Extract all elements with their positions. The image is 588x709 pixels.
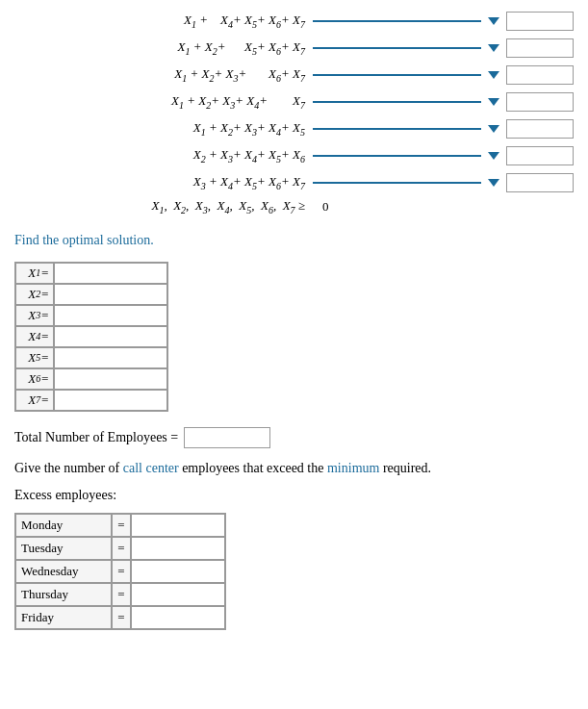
wednesday-value-cell[interactable] xyxy=(131,560,225,583)
x7-value-cell[interactable] xyxy=(54,390,167,411)
x7-label: X7 = xyxy=(15,390,54,411)
equation-row-2: X1 + X2+ X5+ X6+ X7 xyxy=(14,37,574,60)
eq-lhs-1: X1 + X4+ X5+ X6+ X7 xyxy=(14,13,313,30)
equation-row-3: X1 + X2+ X3+ X6+ X7 xyxy=(14,63,574,87)
zero-value: 0 xyxy=(322,199,329,215)
call-center-highlight: call center xyxy=(123,461,179,475)
friday-value-cell[interactable] xyxy=(131,606,225,629)
thursday-input[interactable] xyxy=(137,587,219,601)
eq-line-3 xyxy=(313,74,481,76)
total-employees-row: Total Number of Employees = xyxy=(14,427,574,448)
dropdown-3[interactable] xyxy=(485,66,502,84)
tuesday-value-cell[interactable] xyxy=(131,537,225,560)
eq-lhs-2: X1 + X2+ X5+ X6+ X7 xyxy=(14,39,313,57)
excess-employees-label: Excess employees: xyxy=(14,488,574,503)
eq-lhs-3: X1 + X2+ X3+ X6+ X7 xyxy=(14,66,313,84)
eq-line-2 xyxy=(313,47,481,49)
eq-input-2[interactable] xyxy=(506,38,574,58)
x7-input[interactable] xyxy=(59,392,163,407)
equation-row-6: X2 + X3+ X4+ X5+ X6 xyxy=(14,144,574,167)
x3-label: X3 = xyxy=(15,305,54,326)
equations-section: X1 + X4+ X5+ X6+ X7 X1 + X2+ X5+ X6+ X7 … xyxy=(14,10,574,215)
equation-row-1: X1 + X4+ X5+ X6+ X7 xyxy=(14,10,574,33)
x5-label: X5 = xyxy=(15,347,54,368)
eq-line-1 xyxy=(313,20,481,22)
x1-label: X1 = xyxy=(15,263,54,284)
monday-value-cell[interactable] xyxy=(131,514,225,537)
wednesday-input[interactable] xyxy=(137,564,219,578)
x-variables-grid: X1 = X2 = X3 = X4 = X5 = X6 = X7 = xyxy=(14,262,168,412)
eq-line-4 xyxy=(313,101,481,103)
x1-input[interactable] xyxy=(59,266,163,280)
eq-input-4[interactable] xyxy=(506,92,574,112)
equation-row-4: X1 + X2+ X3+ X4+ X7 xyxy=(14,90,574,114)
x4-label: X4 = xyxy=(15,326,54,347)
thursday-eq: = xyxy=(112,583,131,606)
dropdown-7[interactable] xyxy=(485,174,502,191)
dropdown-5[interactable] xyxy=(485,120,502,138)
tuesday-label: Tuesday xyxy=(15,537,112,560)
x1-value-cell[interactable] xyxy=(54,263,167,284)
days-grid: Monday = Tuesday = Wednesday = Thursday … xyxy=(14,513,226,630)
monday-eq: = xyxy=(112,514,131,537)
dropdown-1[interactable] xyxy=(485,13,502,30)
x6-label: X6 = xyxy=(15,368,54,390)
monday-label: Monday xyxy=(15,514,112,537)
equation-last-row: X1, X2, X3, X4, X5, X6, X7 ≥ 0 xyxy=(14,198,574,215)
x2-value-cell[interactable] xyxy=(54,284,167,305)
thursday-value-cell[interactable] xyxy=(131,583,225,606)
x3-value-cell[interactable] xyxy=(54,305,167,326)
x2-label: X2 = xyxy=(15,284,54,305)
give-text: Give the number of call center employees… xyxy=(14,458,574,478)
x3-input[interactable] xyxy=(59,308,163,322)
monday-input[interactable] xyxy=(137,518,219,532)
eq-lhs-6: X2 + X3+ X4+ X5+ X6 xyxy=(14,147,313,165)
equation-row-7: X3 + X4+ X5+ X6+ X7 xyxy=(14,171,574,194)
friday-label: Friday xyxy=(15,606,112,629)
x5-value-cell[interactable] xyxy=(54,347,167,368)
eq-line-6 xyxy=(313,155,481,157)
eq-lhs-last: X1, X2, X3, X4, X5, X6, X7 ≥ xyxy=(14,198,313,215)
friday-input[interactable] xyxy=(137,610,219,624)
eq-lhs-4: X1 + X2+ X3+ X4+ X7 xyxy=(14,93,313,111)
x6-input[interactable] xyxy=(59,371,163,386)
eq-input-1[interactable] xyxy=(506,12,574,31)
dropdown-6[interactable] xyxy=(485,147,502,165)
x5-input[interactable] xyxy=(59,350,163,365)
minimum-highlight: minimum xyxy=(327,461,379,475)
x6-value-cell[interactable] xyxy=(54,368,167,390)
eq-input-6[interactable] xyxy=(506,146,574,165)
eq-input-5[interactable] xyxy=(506,119,574,139)
equation-row-5: X1 + X2+ X3+ X4+ X5 xyxy=(14,117,574,140)
total-employees-label: Total Number of Employees = xyxy=(14,430,178,445)
eq-line-7 xyxy=(313,182,481,184)
wednesday-label: Wednesday xyxy=(15,560,112,583)
total-employees-input[interactable] xyxy=(184,427,270,448)
eq-input-3[interactable] xyxy=(506,65,574,85)
friday-eq: = xyxy=(112,606,131,629)
thursday-label: Thursday xyxy=(15,583,112,606)
wednesday-eq: = xyxy=(112,560,131,583)
eq-line-5 xyxy=(313,128,481,130)
dropdown-4[interactable] xyxy=(485,93,502,111)
x4-input[interactable] xyxy=(59,329,163,343)
eq-input-7[interactable] xyxy=(506,173,574,192)
x4-value-cell[interactable] xyxy=(54,326,167,347)
x2-input[interactable] xyxy=(59,287,163,301)
find-optimal-text: Find the optimal solution. xyxy=(14,233,574,248)
tuesday-eq: = xyxy=(112,537,131,560)
eq-lhs-5: X1 + X2+ X3+ X4+ X5 xyxy=(14,120,313,138)
tuesday-input[interactable] xyxy=(137,541,219,555)
eq-lhs-7: X3 + X4+ X5+ X6+ X7 xyxy=(14,174,313,191)
dropdown-2[interactable] xyxy=(485,39,502,57)
